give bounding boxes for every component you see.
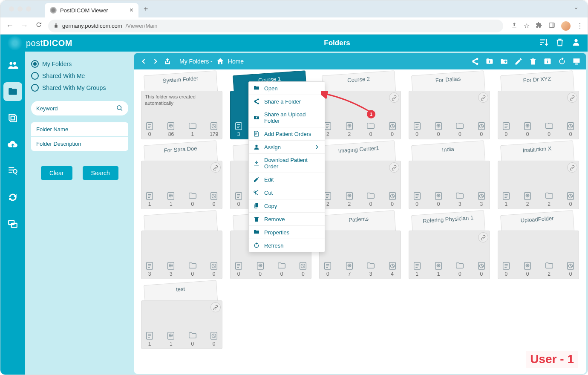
- ctx-assign[interactable]: Assign: [249, 141, 325, 154]
- rail-list-search[interactable]: [3, 162, 22, 180]
- forward-button[interactable]: →: [19, 21, 29, 30]
- nav-back-icon[interactable]: [139, 57, 148, 66]
- folder-stat: 0: [388, 121, 397, 137]
- folder-card[interactable]: test 1100: [141, 285, 222, 349]
- refresh-icon[interactable]: [558, 57, 566, 66]
- edit-icon[interactable]: [514, 57, 523, 66]
- ctx-edit[interactable]: Edit: [249, 173, 325, 186]
- upload-icon[interactable]: [163, 57, 172, 66]
- share-icon[interactable]: [511, 22, 518, 30]
- rail-folders[interactable]: [3, 82, 22, 101]
- ctx-add-patient-orders[interactable]: Add Patient Orders: [249, 127, 325, 141]
- folder-meta: Folder Name Folder Description: [31, 122, 128, 151]
- folder-desc-label: Folder Description: [31, 136, 128, 151]
- keyword-search[interactable]: [31, 101, 128, 115]
- puzzle-icon[interactable]: [536, 22, 542, 30]
- ctx-download-patient-order[interactable]: Download Patient Order: [249, 154, 325, 173]
- folder-card[interactable]: Course 2 2200: [319, 75, 401, 139]
- url-field[interactable]: germany.postdicom.com/Viewer/Main: [48, 20, 503, 32]
- search-input[interactable]: [36, 105, 116, 112]
- tab-bar: PostDICOM Viewer × +: [0, 0, 588, 17]
- folder-upload-icon[interactable]: [485, 57, 494, 66]
- folder-stat: 0: [434, 191, 443, 207]
- browser-tab[interactable]: PostDICOM Viewer ×: [45, 3, 138, 17]
- folder-card[interactable]: For Sara Doe 1100: [141, 145, 222, 209]
- panel-icon[interactable]: [548, 22, 555, 30]
- ctx-cut[interactable]: Cut: [249, 186, 325, 199]
- search-button[interactable]: Search: [83, 166, 118, 180]
- close-window-icon[interactable]: [9, 6, 14, 12]
- sort-icon[interactable]: [539, 38, 548, 49]
- close-tab-icon[interactable]: ×: [130, 6, 133, 14]
- filter-shared-with-my-groups[interactable]: Shared With My Groups: [31, 84, 128, 92]
- folder-stat: 0: [523, 261, 532, 277]
- ctx-share-a-folder[interactable]: Share a Folder: [249, 95, 325, 108]
- star-icon[interactable]: ☆: [524, 22, 530, 30]
- rail-screens[interactable]: [3, 214, 22, 233]
- folder-stat: 0: [412, 121, 422, 137]
- copy-icon: [253, 202, 260, 209]
- edit-icon: [253, 176, 260, 183]
- ctx-copy[interactable]: Copy: [249, 199, 325, 213]
- folder-stat: 0: [566, 121, 575, 137]
- folder-card[interactable]: For Dr XYZ 0000: [498, 75, 579, 139]
- chevron-down-icon[interactable]: [573, 5, 584, 13]
- reload-button[interactable]: [34, 21, 44, 30]
- clear-button[interactable]: Clear: [41, 166, 72, 180]
- folder-card[interactable]: For Dallas 0000: [409, 75, 490, 139]
- folder-stat: 3: [366, 261, 375, 277]
- filter-shared-with-me[interactable]: Shared With Me: [31, 72, 128, 80]
- folder-card[interactable]: Imaging Center1 2200: [319, 145, 401, 209]
- folder-card[interactable]: Refering Physician 1 1100: [409, 215, 490, 279]
- folder-stat: 0: [566, 261, 575, 277]
- delete-icon[interactable]: [529, 57, 537, 66]
- folder-card[interactable]: UploadFolder 0020: [498, 215, 579, 279]
- folder-body: 0033: [409, 161, 490, 209]
- user-icon[interactable]: [571, 38, 581, 49]
- ctx-remove[interactable]: Remove: [249, 213, 325, 226]
- folder-stat: 2: [345, 121, 354, 137]
- ctx-properties[interactable]: Properties: [249, 226, 325, 239]
- nav-forward-icon[interactable]: [151, 57, 160, 66]
- ctx-refresh[interactable]: Refresh: [249, 239, 325, 252]
- profile-avatar[interactable]: [561, 21, 571, 31]
- folder-card[interactable]: 3300: [141, 215, 222, 279]
- present-icon[interactable]: [572, 57, 581, 66]
- rail-sync[interactable]: [3, 188, 22, 207]
- trash-icon[interactable]: [555, 38, 565, 49]
- folder-card[interactable]: Institution X 1220: [498, 145, 579, 209]
- rail-users[interactable]: [3, 56, 22, 75]
- folder-stat: 0: [256, 261, 265, 277]
- rail-upload-images[interactable]: [3, 109, 22, 127]
- info-icon[interactable]: [543, 57, 552, 66]
- maximize-window-icon[interactable]: [26, 6, 31, 12]
- folder-note: This folder was created automatically: [145, 94, 219, 120]
- folder-card[interactable]: India 0033: [409, 145, 490, 209]
- folder-stat: 0: [188, 261, 197, 277]
- minimize-window-icon[interactable]: [17, 6, 23, 12]
- share-icon[interactable]: [471, 57, 479, 66]
- new-tab-button[interactable]: +: [144, 5, 148, 14]
- folder-stat: 3: [166, 261, 176, 277]
- browser-chrome: PostDICOM Viewer × + ← → germany.postdic…: [0, 0, 588, 35]
- folder-stat: 2: [523, 191, 532, 207]
- rail-cloud-upload[interactable]: [3, 135, 22, 154]
- filter-my-folders[interactable]: My Folders: [31, 60, 128, 68]
- kebab-icon[interactable]: ⋮: [576, 22, 583, 30]
- folder-stat: 3: [477, 191, 486, 207]
- ctx-share-an-upload-folder[interactable]: Share an Upload Folder: [249, 108, 325, 127]
- link-icon: [567, 92, 577, 103]
- folder-card[interactable]: Patients 0734: [319, 215, 401, 279]
- folder-stat: 1: [502, 191, 511, 207]
- folder-name: India: [442, 146, 454, 153]
- new-folder-icon[interactable]: [500, 57, 508, 66]
- ctx-open[interactable]: Open: [249, 82, 325, 95]
- back-button[interactable]: ←: [5, 21, 15, 30]
- folder-note: [323, 164, 397, 190]
- link-icon: [210, 302, 221, 312]
- user-watermark: User - 1: [526, 351, 578, 368]
- logo[interactable]: postDICOM: [7, 35, 135, 51]
- folder-stat: 0: [502, 121, 511, 137]
- folder-card[interactable]: System Folder This folder was created au…: [141, 75, 222, 139]
- breadcrumb-home[interactable]: Home: [228, 58, 244, 65]
